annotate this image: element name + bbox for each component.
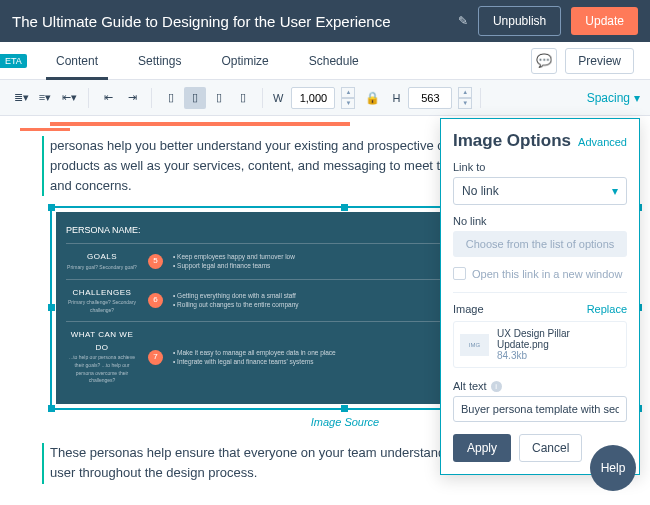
list-ul-icon[interactable]: ≣▾: [10, 87, 32, 109]
advanced-link[interactable]: Advanced: [578, 136, 627, 148]
separator: [262, 88, 263, 108]
indent-decrease-icon[interactable]: ⇤▾: [58, 87, 80, 109]
spacing-dropdown[interactable]: Spacing ▾: [587, 91, 640, 105]
height-label: H: [392, 92, 400, 104]
lock-aspect-icon[interactable]: 🔒: [365, 91, 380, 105]
apply-button[interactable]: Apply: [453, 434, 511, 462]
alt-text-input[interactable]: [453, 396, 627, 422]
link-to-label: Link to: [453, 161, 627, 173]
select-value: No link: [462, 184, 499, 198]
info-icon[interactable]: i: [491, 381, 502, 392]
cancel-button[interactable]: Cancel: [519, 434, 582, 462]
separator: [88, 88, 89, 108]
height-spinner[interactable]: ▲▼: [458, 87, 472, 109]
unpublish-button[interactable]: Unpublish: [478, 6, 561, 36]
options-placeholder: Choose from the list of options: [453, 231, 627, 257]
update-button[interactable]: Update: [571, 7, 638, 35]
separator: [480, 88, 481, 108]
file-row: IMG UX Design Pillar Update.png 84.3kb: [453, 321, 627, 368]
rich-text-toolbar: ≣▾ ≡▾ ⇤▾ ⇤ ⇥ ▯ ▯ ▯ ▯ W ▲▼ 🔒 H ▲▼ Spacing…: [0, 80, 650, 116]
tab-schedule[interactable]: Schedule: [289, 42, 379, 79]
width-label: W: [273, 92, 283, 104]
comments-icon[interactable]: 💬: [531, 48, 557, 74]
float-icon[interactable]: ▯: [232, 87, 254, 109]
separator: [151, 88, 152, 108]
indent-icon[interactable]: ⇥: [121, 87, 143, 109]
beta-badge: ETA: [0, 54, 27, 68]
chevron-down-icon: ▾: [634, 91, 640, 105]
width-spinner[interactable]: ▲▼: [341, 87, 355, 109]
align-right-icon[interactable]: ▯: [208, 87, 230, 109]
tab-content[interactable]: Content: [36, 42, 118, 79]
revision-marker: [20, 128, 70, 131]
checkbox-icon: [453, 267, 466, 280]
replace-link[interactable]: Replace: [587, 303, 627, 315]
no-link-label: No link: [453, 215, 627, 227]
resize-handle[interactable]: [48, 304, 55, 311]
chevron-down-icon: ▾: [612, 184, 618, 198]
tab-optimize[interactable]: Optimize: [201, 42, 288, 79]
align-left-icon[interactable]: ▯: [160, 87, 182, 109]
new-window-checkbox[interactable]: Open this link in a new window: [453, 267, 627, 280]
alt-text-label: Alt text: [453, 380, 487, 392]
panel-title: Image Options: [453, 131, 571, 151]
file-size: 84.3kb: [497, 350, 620, 361]
tab-settings[interactable]: Settings: [118, 42, 201, 79]
resize-handle[interactable]: [341, 204, 348, 211]
edit-title-icon[interactable]: ✎: [458, 14, 468, 28]
height-input[interactable]: [408, 87, 452, 109]
file-name: UX Design Pillar Update.png: [497, 328, 620, 350]
align-center-icon[interactable]: ▯: [184, 87, 206, 109]
link-to-select[interactable]: No link ▾: [453, 177, 627, 205]
preview-button[interactable]: Preview: [565, 48, 634, 74]
file-thumbnail: IMG: [460, 334, 489, 356]
image-section-label: Image: [453, 303, 484, 315]
spacing-label: Spacing: [587, 91, 630, 105]
resize-handle[interactable]: [48, 405, 55, 412]
resize-handle[interactable]: [48, 204, 55, 211]
tab-strip: ETA Content Settings Optimize Schedule 💬…: [0, 42, 650, 80]
width-input[interactable]: [291, 87, 335, 109]
image-options-panel: Image Options Advanced Link to No link ▾…: [440, 118, 640, 475]
checkbox-label: Open this link in a new window: [472, 268, 622, 280]
outdent-icon[interactable]: ⇤: [97, 87, 119, 109]
list-ol-icon[interactable]: ≡▾: [34, 87, 56, 109]
divider: [453, 292, 627, 293]
app-header: The Ultimate Guide to Designing for the …: [0, 0, 650, 42]
page-title: The Ultimate Guide to Designing for the …: [12, 13, 448, 30]
resize-handle[interactable]: [341, 405, 348, 412]
selection-bar: [50, 122, 350, 126]
help-fab[interactable]: Help: [590, 445, 636, 491]
